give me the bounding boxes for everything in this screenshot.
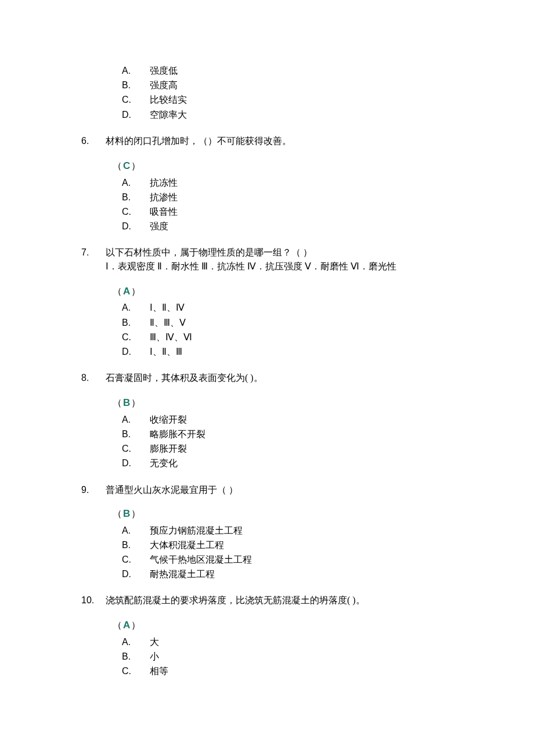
question-text: 石膏凝固时，其体积及表面变化为( )。	[106, 371, 464, 384]
option-row: B. 抗渗性	[122, 190, 464, 204]
option-text: Ⅱ、Ⅲ、Ⅴ	[150, 316, 464, 329]
option-row: C. 吸音性	[122, 205, 464, 218]
answer-letter: C	[122, 160, 131, 171]
question-text: 以下石材性质中，属于物理性质的是哪一组？（ ）	[106, 246, 464, 259]
question-block: 7. 以下石材性质中，属于物理性质的是哪一组？（ ） Ⅰ．表观密度 Ⅱ．耐水性 …	[81, 246, 464, 358]
option-label: C.	[122, 93, 150, 106]
option-text: 无变化	[150, 456, 464, 470]
option-label: C.	[122, 330, 150, 344]
option-text: 耐热混凝土工程	[150, 567, 464, 581]
option-label: B.	[122, 316, 150, 329]
option-text: 气候干热地区混凝土工程	[150, 553, 464, 566]
option-label: B.	[122, 190, 150, 204]
option-row: A. 强度低	[122, 64, 464, 77]
question-block: 8. 石膏凝固时，其体积及表面变化为( )。 （B） A. 收缩开裂 B. 略膨…	[81, 371, 464, 470]
paren-close: ）	[131, 620, 140, 630]
paren-open: （	[113, 620, 122, 630]
option-row: D. 强度	[122, 219, 464, 233]
option-text: Ⅲ、Ⅳ、Ⅵ	[150, 330, 464, 344]
option-list: A. 强度低 B. 强度高 C. 比较结实 D. 空隙率大	[122, 64, 464, 121]
option-row: A. 收缩开裂	[122, 413, 464, 426]
option-row: B. 大体积混凝土工程	[122, 538, 464, 552]
option-row: A. Ⅰ、Ⅱ、Ⅳ	[122, 301, 464, 314]
answer-block: （B）	[113, 396, 464, 411]
option-text: 吸音性	[150, 205, 464, 218]
option-text: 抗冻性	[150, 176, 464, 189]
option-row: B. 略膨胀不开裂	[122, 427, 464, 441]
paren-open: （	[113, 161, 122, 171]
question-number: 8.	[81, 371, 106, 384]
option-label: D.	[122, 567, 150, 581]
document-page: A. 强度低 B. 强度高 C. 比较结实 D. 空隙率大 6. 材料的闭口孔增…	[0, 0, 534, 756]
answer-letter: B	[122, 508, 131, 519]
option-text: Ⅰ、Ⅱ、Ⅳ	[150, 301, 464, 314]
question-number: 6.	[81, 134, 106, 147]
paren-open: （	[113, 398, 122, 408]
option-label: A.	[122, 64, 150, 77]
answer-block: （B）	[113, 507, 464, 521]
paren-close: ）	[131, 161, 140, 171]
option-list: A. 预应力钢筋混凝土工程 B. 大体积混凝土工程 C. 气候干热地区混凝土工程…	[122, 524, 464, 581]
question-block: 10. 浇筑配筋混凝土的要求坍落度，比浇筑无筋混凝土的坍落度( )。 （A） A…	[81, 593, 464, 678]
option-label: B.	[122, 78, 150, 92]
answer-block: （C）	[113, 159, 464, 174]
option-label: B.	[122, 427, 150, 441]
option-label: C.	[122, 664, 150, 678]
option-row: C. 气候干热地区混凝土工程	[122, 553, 464, 566]
option-row: A. 抗冻性	[122, 176, 464, 189]
option-text: 略膨胀不开裂	[150, 427, 464, 441]
paren-open: （	[113, 509, 122, 519]
question-number: 9.	[81, 483, 106, 496]
question-block: 9. 普通型火山灰水泥最宜用于（ ） （B） A. 预应力钢筋混凝土工程 B. …	[81, 483, 464, 581]
option-text: 收缩开裂	[150, 413, 464, 426]
option-label: A.	[122, 301, 150, 314]
option-text: Ⅰ、Ⅱ、Ⅲ	[150, 345, 464, 358]
option-text: 强度	[150, 219, 464, 233]
option-label: D.	[122, 345, 150, 358]
option-text: 大体积混凝土工程	[150, 538, 464, 552]
option-label: D.	[122, 456, 150, 470]
option-label: A.	[122, 635, 150, 649]
option-list: A. Ⅰ、Ⅱ、Ⅳ B. Ⅱ、Ⅲ、Ⅴ C. Ⅲ、Ⅳ、Ⅵ D. Ⅰ、Ⅱ、Ⅲ	[122, 301, 464, 358]
paren-close: ）	[131, 509, 140, 519]
question-number: 10.	[81, 593, 106, 607]
option-label: A.	[122, 524, 150, 537]
option-row: A. 预应力钢筋混凝土工程	[122, 524, 464, 537]
question-block: A. 强度低 B. 强度高 C. 比较结实 D. 空隙率大	[81, 64, 464, 121]
option-row: B. 强度高	[122, 78, 464, 92]
option-label: B.	[122, 650, 150, 663]
option-label: C.	[122, 205, 150, 218]
option-row: C. 比较结实	[122, 93, 464, 106]
option-row: C. Ⅲ、Ⅳ、Ⅵ	[122, 330, 464, 344]
question-text: 普通型火山灰水泥最宜用于（ ）	[106, 483, 464, 496]
option-label: C.	[122, 442, 150, 455]
option-label: C.	[122, 553, 150, 566]
option-label: A.	[122, 413, 150, 426]
answer-block: （A）	[113, 285, 464, 299]
option-text: 强度高	[150, 78, 464, 92]
question-number: 7.	[81, 246, 106, 259]
option-list: A. 大 B. 小 C. 相等	[122, 635, 464, 678]
option-text: 预应力钢筋混凝土工程	[150, 524, 464, 537]
paren-close: ）	[131, 286, 140, 296]
paren-close: ）	[131, 398, 140, 408]
answer-letter: A	[122, 620, 131, 631]
option-row: D. Ⅰ、Ⅱ、Ⅲ	[122, 345, 464, 358]
option-text: 比较结实	[150, 93, 464, 106]
option-list: A. 收缩开裂 B. 略膨胀不开裂 C. 膨胀开裂 D. 无变化	[122, 413, 464, 470]
option-label: A.	[122, 176, 150, 189]
paren-open: （	[113, 286, 122, 296]
option-text: 大	[150, 635, 464, 649]
option-label: B.	[122, 538, 150, 552]
option-text: 空隙率大	[150, 108, 464, 121]
option-row: B. 小	[122, 650, 464, 663]
option-text: 抗渗性	[150, 190, 464, 204]
question-subtext: Ⅰ．表观密度 Ⅱ．耐水性 Ⅲ．抗冻性 Ⅳ．抗压强度 Ⅴ．耐磨性 Ⅵ．磨光性	[106, 260, 464, 273]
question-block: 6. 材料的闭口孔增加时，（）不可能获得改善。 （C） A. 抗冻性 B. 抗渗…	[81, 134, 464, 233]
option-row: A. 大	[122, 635, 464, 649]
option-row: D. 耐热混凝土工程	[122, 567, 464, 581]
option-row: D. 空隙率大	[122, 108, 464, 121]
option-row: C. 相等	[122, 664, 464, 678]
option-label: D.	[122, 108, 150, 121]
answer-block: （A）	[113, 618, 464, 633]
